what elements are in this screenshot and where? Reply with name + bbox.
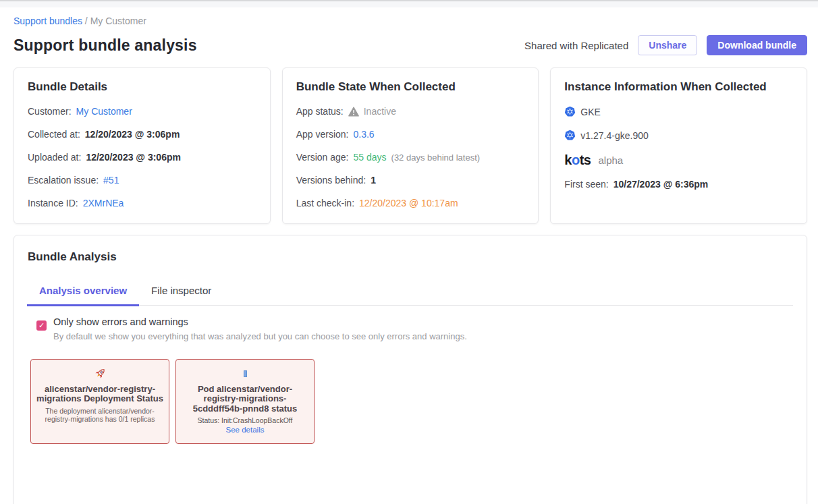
- see-details-link[interactable]: See details: [226, 426, 265, 434]
- kots-channel: alpha: [598, 155, 623, 166]
- escalation-issue-link[interactable]: #51: [103, 175, 119, 186]
- error-card-status: Status: Init:CrashLoopBackOff: [197, 416, 292, 424]
- last-checkin-row: Last check-in: 12/20/2023 @ 10:17am: [296, 198, 525, 208]
- errors-warnings-checkbox[interactable]: ✓: [36, 320, 47, 331]
- customer-link[interactable]: My Customer: [76, 106, 132, 117]
- instance-id-link[interactable]: 2XMrNEa: [83, 198, 124, 208]
- breadcrumb-support-bundles-link[interactable]: Support bundles: [13, 16, 82, 26]
- kots-row: kots alpha: [564, 153, 793, 167]
- version-age-label: Version age:: [296, 152, 349, 163]
- app-version-link[interactable]: 0.3.6: [353, 129, 374, 140]
- customer-label: Customer:: [28, 106, 72, 117]
- k8s-version-row: v1.27.4-gke.900: [564, 130, 793, 141]
- tab-file-inspector[interactable]: File inspector: [139, 278, 223, 306]
- first-seen-row: First seen: 10/27/2023 @ 6:36pm: [564, 179, 793, 190]
- uploaded-at-label: Uploaded at:: [28, 152, 81, 163]
- error-card-title: Pod alicenstar/vendor-registry-migration…: [182, 385, 308, 414]
- kubernetes-icon: [564, 130, 576, 141]
- unshare-button[interactable]: Unshare: [638, 35, 697, 55]
- versions-behind-value: 1: [371, 175, 376, 186]
- bundle-analysis-title: Bundle Analysis: [28, 250, 793, 264]
- instance-info-title: Instance Information When Collected: [564, 80, 793, 94]
- bundle-state-card: Bundle State When Collected App status: …: [282, 67, 539, 224]
- error-card-title: alicenstar/vendor-registry-migrations De…: [36, 385, 163, 404]
- uploaded-at-row: Uploaded at: 12/20/2023 @ 3:06pm: [28, 152, 256, 163]
- escalation-issue-label: Escalation issue:: [28, 175, 99, 186]
- header-actions: Shared with Replicated Unshare Download …: [524, 35, 807, 55]
- errors-warnings-filter: ✓ Only show errors and warnings By defau…: [36, 316, 793, 341]
- collected-at-value: 12/20/2023 @ 3:06pm: [85, 129, 180, 140]
- tab-analysis-overview[interactable]: Analysis overview: [27, 278, 139, 306]
- kots-logo: kots: [564, 153, 591, 167]
- page-header: Support bundle analysis Shared with Repl…: [13, 35, 807, 55]
- info-cards-row: Bundle Details Customer: My Customer Col…: [13, 67, 807, 224]
- download-bundle-button[interactable]: Download bundle: [707, 35, 807, 55]
- top-nav-edge: [0, 0, 818, 7]
- k8s-version-value: v1.27.4-gke.900: [580, 130, 648, 141]
- shared-status-text: Shared with Replicated: [524, 40, 628, 51]
- collected-at-label: Collected at:: [28, 129, 80, 140]
- app-version-row: App version: 0.3.6: [296, 129, 525, 140]
- breadcrumb-current: My Customer: [90, 16, 146, 26]
- breadcrumb: Support bundles / My Customer: [13, 16, 807, 26]
- first-seen-label: First seen:: [564, 179, 608, 190]
- platform-row: GKE: [564, 106, 793, 117]
- app-status-value: Inactive: [364, 106, 396, 117]
- uploaded-at-value: 12/20/2023 @ 3:06pm: [86, 152, 181, 163]
- bundle-details-title: Bundle Details: [28, 80, 256, 94]
- escalation-issue-row: Escalation issue: #51: [28, 175, 256, 186]
- versions-behind-label: Versions behind:: [296, 175, 366, 186]
- app-status-row: App status: Inactive: [296, 106, 525, 117]
- bundle-details-card: Bundle Details Customer: My Customer Col…: [13, 67, 271, 224]
- analysis-error-card-deployment[interactable]: alicenstar/vendor-registry-migrations De…: [30, 359, 169, 444]
- last-checkin-label: Last check-in:: [296, 198, 354, 208]
- instance-id-row: Instance ID: 2XMrNEa: [28, 198, 256, 208]
- page-title: Support bundle analysis: [13, 36, 197, 55]
- last-checkin-value: 12/20/2023 @ 10:17am: [359, 198, 458, 208]
- customer-row: Customer: My Customer: [28, 106, 256, 117]
- rocket-icon: [93, 366, 107, 381]
- bundle-state-title: Bundle State When Collected: [296, 80, 525, 94]
- platform-value: GKE: [580, 107, 601, 117]
- app-status-label: App status:: [296, 106, 344, 117]
- warning-icon: [348, 107, 359, 117]
- version-age-note: (32 days behind latest): [391, 152, 481, 163]
- analysis-error-card-pod[interactable]: Pod alicenstar/vendor-registry-migration…: [175, 359, 315, 444]
- breadcrumb-separator: /: [85, 16, 88, 26]
- first-seen-value: 10/27/2023 @ 6:36pm: [614, 179, 709, 190]
- app-version-label: App version:: [296, 129, 349, 140]
- filter-text-block: Only show errors and warnings By default…: [53, 316, 467, 341]
- instance-id-label: Instance ID:: [28, 198, 78, 208]
- bundle-analysis-card: Bundle Analysis Analysis overview File i…: [13, 235, 807, 504]
- filter-label[interactable]: Only show errors and warnings: [53, 316, 467, 327]
- versions-behind-row: Versions behind: 1: [296, 175, 525, 186]
- version-age-row: Version age: 55 days (32 days behind lat…: [296, 152, 525, 163]
- collected-at-row: Collected at: 12/20/2023 @ 3:06pm: [28, 129, 256, 140]
- analysis-results: alicenstar/vendor-registry-migrations De…: [30, 359, 807, 444]
- analysis-tabs: Analysis overview File inspector: [27, 278, 793, 306]
- filter-description: By default we show you everything that w…: [53, 331, 467, 341]
- instance-info-card: Instance Information When Collected: [550, 67, 807, 224]
- broken-image-icon: [244, 366, 247, 381]
- kubernetes-icon: [564, 106, 576, 117]
- error-card-description: The deployment alicenstar/vendor-registr…: [36, 407, 163, 424]
- page-content: Support bundles / My Customer Support bu…: [0, 7, 818, 504]
- version-age-value: 55 days: [354, 152, 387, 163]
